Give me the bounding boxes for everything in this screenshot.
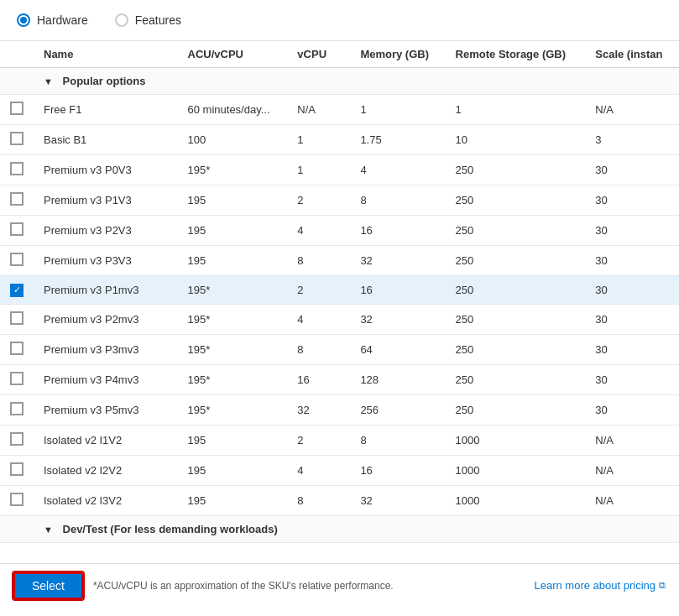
table-row[interactable]: Premium v3 P4mv3 195* 16 128 250 30 bbox=[0, 364, 679, 394]
row-storage: 250 bbox=[446, 216, 586, 246]
chevron-icon: ▼ bbox=[44, 525, 53, 535]
row-checkbox[interactable] bbox=[10, 132, 24, 145]
row-vcpu: 16 bbox=[287, 364, 350, 394]
table-container: Name ACU/vCPU vCPU Memory (GB) Remote St… bbox=[0, 41, 679, 563]
row-checkbox[interactable] bbox=[10, 192, 24, 206]
row-scale: 30 bbox=[585, 394, 679, 425]
row-checkbox-cell[interactable] bbox=[0, 185, 34, 216]
hardware-table: Name ACU/vCPU vCPU Memory (GB) Remote St… bbox=[0, 41, 679, 543]
table-row[interactable]: Isolated v2 I1V2 195 2 8 1000 N/A bbox=[0, 425, 679, 455]
row-checkbox-cell[interactable] bbox=[0, 334, 34, 364]
row-checkbox-cell[interactable] bbox=[0, 425, 34, 455]
row-acu: 195 bbox=[178, 246, 288, 276]
row-vcpu: 1 bbox=[287, 155, 350, 185]
table-row[interactable]: Isolated v2 I3V2 195 8 32 1000 N/A bbox=[0, 485, 679, 515]
bottom-bar: Select *ACU/vCPU is an approximation of … bbox=[0, 563, 679, 607]
row-checkbox-cell[interactable] bbox=[0, 455, 34, 485]
row-checkbox[interactable] bbox=[10, 493, 24, 506]
row-checkbox-cell[interactable] bbox=[0, 125, 34, 155]
row-memory: 1.75 bbox=[350, 125, 445, 155]
row-name: Premium v3 P3mv3 bbox=[34, 334, 178, 364]
row-checkbox-cell[interactable] bbox=[0, 216, 34, 246]
group-header-popular: ▼ Popular options bbox=[0, 68, 679, 95]
row-acu: 100 bbox=[178, 125, 288, 155]
row-checkbox-cell[interactable] bbox=[0, 276, 34, 305]
top-bar: Hardware Features bbox=[0, 0, 679, 41]
col-header-checkbox bbox=[0, 41, 34, 68]
row-checkbox[interactable] bbox=[10, 253, 24, 266]
row-storage: 250 bbox=[446, 304, 586, 334]
row-storage: 250 bbox=[446, 334, 586, 364]
row-name: Premium v3 P5mv3 bbox=[34, 394, 178, 425]
row-scale: 30 bbox=[585, 155, 679, 185]
table-row[interactable]: Premium v3 P0V3 195* 1 4 250 30 bbox=[0, 155, 679, 185]
table-row[interactable]: Premium v3 P5mv3 195* 32 256 250 30 bbox=[0, 394, 679, 425]
row-name: Premium v3 P2V3 bbox=[34, 216, 178, 246]
table-row[interactable]: Premium v3 P3mv3 195* 8 64 250 30 bbox=[0, 334, 679, 364]
row-checkbox[interactable] bbox=[10, 162, 24, 175]
table-row[interactable]: Premium v3 P2mv3 195* 4 32 250 30 bbox=[0, 304, 679, 334]
row-memory: 256 bbox=[350, 394, 445, 425]
row-vcpu: 4 bbox=[287, 304, 350, 334]
row-name: Premium v3 P1mv3 bbox=[34, 276, 178, 305]
row-checkbox[interactable] bbox=[10, 102, 24, 115]
table-row[interactable]: Premium v3 P1mv3 195* 2 16 250 30 bbox=[0, 276, 679, 305]
row-acu: 195 bbox=[178, 425, 288, 455]
row-memory: 64 bbox=[350, 334, 445, 364]
select-button[interactable]: Select bbox=[13, 572, 83, 599]
row-scale: 30 bbox=[585, 334, 679, 364]
row-checkbox[interactable] bbox=[10, 462, 24, 476]
row-scale: 30 bbox=[585, 364, 679, 394]
col-header-name: Name bbox=[34, 41, 178, 68]
row-name: Free F1 bbox=[34, 95, 178, 125]
row-checkbox[interactable] bbox=[10, 432, 24, 446]
hardware-radio[interactable]: Hardware bbox=[17, 13, 88, 27]
row-vcpu: 2 bbox=[287, 185, 350, 216]
table-row[interactable]: Premium v3 P2V3 195 4 16 250 30 bbox=[0, 216, 679, 246]
row-checkbox-cell[interactable] bbox=[0, 95, 34, 125]
row-vcpu: 4 bbox=[287, 216, 350, 246]
row-storage: 250 bbox=[446, 364, 586, 394]
row-acu: 195* bbox=[178, 394, 288, 425]
row-checkbox-cell[interactable] bbox=[0, 246, 34, 276]
row-acu: 195 bbox=[178, 485, 288, 515]
row-name: Isolated v2 I1V2 bbox=[34, 425, 178, 455]
row-checkbox-cell[interactable] bbox=[0, 485, 34, 515]
row-scale: N/A bbox=[585, 425, 679, 455]
col-header-memory: Memory (GB) bbox=[350, 41, 445, 68]
row-checkbox[interactable] bbox=[10, 372, 24, 385]
table-row[interactable]: Free F1 60 minutes/day... N/A 1 1 N/A bbox=[0, 95, 679, 125]
col-header-storage: Remote Storage (GB) bbox=[446, 41, 586, 68]
row-memory: 1 bbox=[350, 95, 445, 125]
row-storage: 10 bbox=[446, 125, 586, 155]
table-row[interactable]: Isolated v2 I2V2 195 4 16 1000 N/A bbox=[0, 455, 679, 485]
row-name: Premium v3 P2mv3 bbox=[34, 304, 178, 334]
row-vcpu: 8 bbox=[287, 246, 350, 276]
row-storage: 1 bbox=[446, 95, 586, 125]
row-checkbox[interactable] bbox=[10, 311, 24, 325]
row-checkbox-cell[interactable] bbox=[0, 364, 34, 394]
row-vcpu: N/A bbox=[287, 95, 350, 125]
row-scale: 3 bbox=[585, 125, 679, 155]
row-acu: 60 minutes/day... bbox=[178, 95, 288, 125]
col-header-acu: ACU/vCPU bbox=[178, 41, 288, 68]
row-vcpu: 1 bbox=[287, 125, 350, 155]
table-row[interactable]: Premium v3 P3V3 195 8 32 250 30 bbox=[0, 246, 679, 276]
row-memory: 16 bbox=[350, 455, 445, 485]
row-checkbox[interactable] bbox=[10, 342, 24, 355]
learn-more-link[interactable]: Learn more about pricing ⧉ bbox=[534, 579, 666, 592]
row-checkbox-cell[interactable] bbox=[0, 394, 34, 425]
row-memory: 32 bbox=[350, 246, 445, 276]
row-scale: 30 bbox=[585, 185, 679, 216]
external-link-icon: ⧉ bbox=[659, 580, 666, 591]
row-checkbox-cell[interactable] bbox=[0, 155, 34, 185]
row-checkbox[interactable] bbox=[10, 284, 24, 297]
row-checkbox[interactable] bbox=[10, 222, 24, 236]
row-checkbox-cell[interactable] bbox=[0, 304, 34, 334]
group-label: Dev/Test (For less demanding workloads) bbox=[63, 523, 278, 535]
table-row[interactable]: Basic B1 100 1 1.75 10 3 bbox=[0, 125, 679, 155]
table-row[interactable]: Premium v3 P1V3 195 2 8 250 30 bbox=[0, 185, 679, 216]
row-checkbox[interactable] bbox=[10, 402, 24, 415]
row-vcpu: 8 bbox=[287, 334, 350, 364]
features-radio[interactable]: Features bbox=[115, 13, 181, 27]
